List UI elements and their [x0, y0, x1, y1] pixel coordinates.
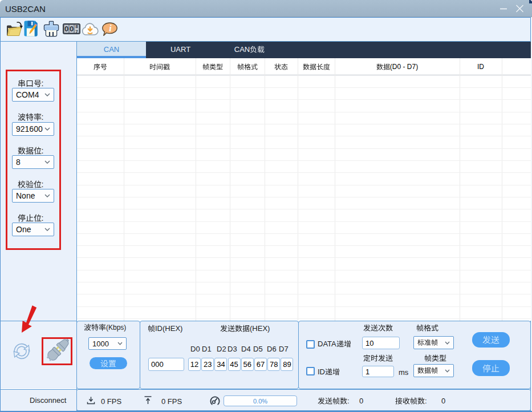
svg-text:7: 7	[75, 29, 78, 34]
svg-text:i: i	[109, 23, 112, 33]
svg-text:0: 0	[70, 25, 74, 33]
svg-text:8: 8	[75, 24, 78, 29]
svg-text:0: 0	[64, 25, 68, 33]
